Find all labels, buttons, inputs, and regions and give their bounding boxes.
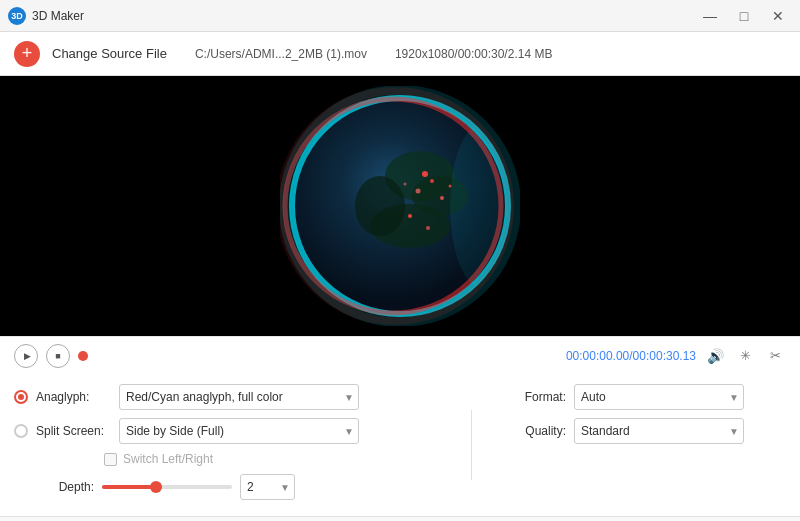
pin-icon[interactable]: ✳	[734, 345, 756, 367]
svg-point-10	[416, 189, 421, 194]
close-button[interactable]: ✕	[764, 6, 792, 26]
format-select-wrapper: Auto MP4 MKV AVI ▼	[574, 384, 744, 410]
change-source-label[interactable]: Change Source File	[52, 46, 167, 61]
anaglyph-select[interactable]: Red/Cyan anaglyph, full color Half color…	[119, 384, 359, 410]
switch-lr-checkbox[interactable]	[104, 453, 117, 466]
settings-right: Format: Auto MP4 MKV AVI ▼ Quality: Stan…	[486, 384, 786, 506]
depth-select[interactable]: 1 2 3 4 5	[240, 474, 295, 500]
controls-bar: ▶ ■ 00:00:00.00/00:00:30.13 🔊 ✳ ✂	[0, 336, 800, 374]
play-button[interactable]: ▶	[14, 344, 38, 368]
toolbar: + Change Source File C:/Users/ADMI...2_2…	[0, 32, 800, 76]
quality-label: Quality:	[486, 424, 566, 438]
app-icon: 3D	[8, 7, 26, 25]
splitscreen-row: Split Screen: Side by Side (Full) Side b…	[14, 418, 457, 444]
scissors-icon[interactable]: ✂	[764, 345, 786, 367]
anaglyph-row: Anaglyph: Red/Cyan anaglyph, full color …	[14, 384, 457, 410]
quality-select[interactable]: Standard High Ultra	[574, 418, 744, 444]
maximize-button[interactable]: □	[730, 6, 758, 26]
minimize-button[interactable]: —	[696, 6, 724, 26]
svg-point-9	[430, 179, 434, 183]
switch-lr-row: Switch Left/Right	[104, 452, 457, 466]
quality-select-wrapper: Standard High Ultra ▼	[574, 418, 744, 444]
settings-divider	[471, 410, 472, 480]
svg-point-7	[355, 176, 405, 236]
anaglyph-radio[interactable]	[14, 390, 28, 404]
record-dot	[78, 351, 88, 361]
title-bar: 3D 3D Maker — □ ✕	[0, 0, 800, 32]
depth-label: Depth:	[14, 480, 94, 494]
svg-point-12	[408, 214, 412, 218]
splitscreen-select[interactable]: Side by Side (Full) Side by Side (Half) …	[119, 418, 359, 444]
window-controls: — □ ✕	[696, 6, 792, 26]
switch-lr-label: Switch Left/Right	[123, 452, 213, 466]
depth-slider[interactable]	[102, 485, 232, 489]
app-title: 3D Maker	[32, 9, 696, 23]
svg-point-13	[426, 226, 430, 230]
globe-visualization	[280, 86, 520, 326]
format-row: Format: Auto MP4 MKV AVI ▼	[486, 384, 786, 410]
settings-area: Anaglyph: Red/Cyan anaglyph, full color …	[0, 374, 800, 516]
stop-button[interactable]: ■	[46, 344, 70, 368]
depth-row: Depth: 1 2 3 4 5 ▼	[14, 474, 457, 500]
depth-slider-thumb[interactable]	[150, 481, 162, 493]
svg-point-14	[404, 183, 407, 186]
plus-icon: +	[22, 43, 33, 64]
format-label: Format:	[486, 390, 566, 404]
anaglyph-select-wrapper: Red/Cyan anaglyph, full color Half color…	[119, 384, 359, 410]
depth-slider-fill	[102, 485, 157, 489]
volume-icon[interactable]: 🔊	[704, 345, 726, 367]
splitscreen-select-wrapper: Side by Side (Full) Side by Side (Half) …	[119, 418, 359, 444]
settings-left: Anaglyph: Red/Cyan anaglyph, full color …	[14, 384, 457, 506]
depth-select-wrapper: 1 2 3 4 5 ▼	[240, 474, 295, 500]
format-select[interactable]: Auto MP4 MKV AVI	[574, 384, 744, 410]
anaglyph-label: Anaglyph:	[36, 390, 111, 404]
add-source-button[interactable]: +	[14, 41, 40, 67]
bottom-bar: Save to: C:\Aiseesoft Studio\Ais...erter…	[0, 516, 800, 521]
file-path: C:/Users/ADMI...2_2MB (1).mov	[195, 47, 367, 61]
svg-point-11	[440, 196, 444, 200]
time-display: 00:00:00.00/00:00:30.13	[566, 349, 696, 363]
splitscreen-radio[interactable]	[14, 424, 28, 438]
svg-point-8	[422, 171, 428, 177]
splitscreen-label: Split Screen:	[36, 424, 111, 438]
file-meta: 1920x1080/00:00:30/2.14 MB	[395, 47, 552, 61]
video-preview	[0, 76, 800, 336]
quality-row: Quality: Standard High Ultra ▼	[486, 418, 786, 444]
